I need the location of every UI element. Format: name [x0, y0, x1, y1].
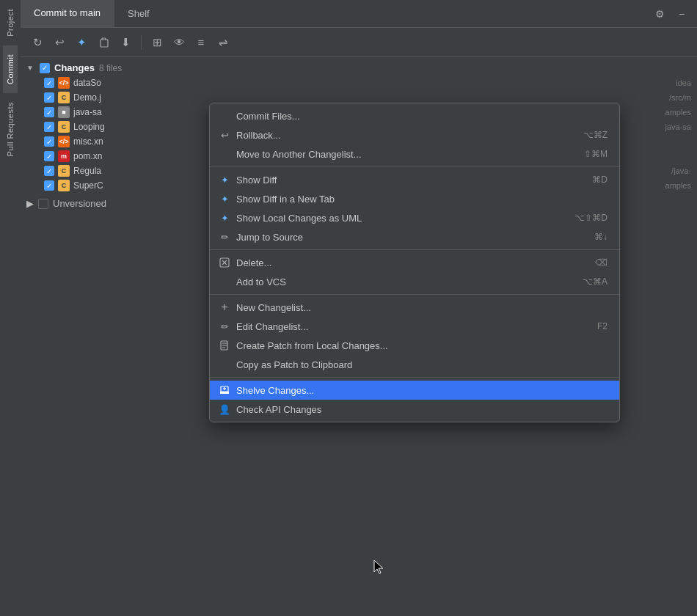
menu-item-add-vcs[interactable]: Add to VCS ⌥⌘A [210, 272, 619, 291]
changes-checkbox[interactable]: ✓ [40, 63, 50, 73]
menu-item-commit-files[interactable]: Commit Files... [210, 106, 619, 125]
menu-item-rollback[interactable]: ↩ Rollback... ⌥⌘Z [210, 125, 619, 144]
file-icon-6: C [58, 165, 70, 177]
rollback-label: Rollback... [236, 130, 577, 141]
unversioned-checkbox[interactable] [38, 199, 48, 209]
file-name-1: Demo.j [73, 92, 665, 103]
context-menu: Commit Files... ↩ Rollback... ⌥⌘Z Move t… [209, 103, 620, 422]
refresh-button[interactable]: ↻ [28, 33, 47, 52]
file-icon-7: C [58, 180, 70, 191]
tab-commit[interactable]: Commit to main [21, 0, 114, 27]
unversioned-chevron: ▶ [26, 198, 34, 209]
file-path-2: amples [665, 108, 691, 117]
menu-item-check-api[interactable]: 👤 Check API Changes [210, 400, 619, 419]
file-path-6: /java- [671, 166, 691, 175]
new-changelist-label: New Changelist... [236, 302, 602, 313]
add-vcs-icon [219, 276, 230, 287]
shelve-changes-icon [219, 384, 230, 396]
commit-files-label: Commit Files... [236, 111, 602, 122]
edit-changelist-shortcut: F2 [597, 321, 607, 331]
changes-label: Changes [54, 62, 95, 73]
menu-item-edit-changelist[interactable]: ✏ Edit Changelist... F2 [210, 317, 619, 336]
file-icon-1: C [58, 92, 70, 103]
file-path-7: amples [665, 181, 691, 190]
file-icon-5: m [58, 150, 70, 162]
show-diff-label: Show Diff [236, 175, 586, 186]
show-diff-shortcut: ⌘D [592, 175, 607, 185]
move-changelist-shortcut: ⇧⌘M [584, 149, 607, 159]
file-path-1: /src/m [669, 93, 691, 102]
toolbar-sep-1 [141, 35, 142, 50]
jump-source-icon: ✏ [219, 231, 230, 243]
changes-group-header[interactable]: ▼ ✓ Changes 8 files [21, 60, 697, 76]
copy-patch-icon [219, 359, 230, 370]
separator-3 [210, 294, 619, 295]
file-checkbox-2[interactable]: ✓ [44, 107, 54, 117]
changes-chevron: ▼ [26, 64, 35, 72]
file-checkbox-3[interactable]: ✓ [44, 122, 54, 132]
copy-patch-label: Copy as Patch to Clipboard [236, 359, 602, 370]
tab-bar: Commit to main Shelf ⚙ − [21, 0, 697, 28]
delete-shortcut: ⌫ [595, 257, 607, 268]
separator-1 [210, 166, 619, 167]
menu-item-move-changelist[interactable]: Move to Another Changelist... ⇧⌘M [210, 144, 619, 164]
sidebar-tab-pull-requests[interactable]: Pull Requests [3, 93, 18, 165]
clipboard-button[interactable] [94, 33, 113, 52]
separator-4 [210, 377, 619, 378]
jump-source-shortcut: ⌘↓ [594, 232, 607, 242]
tab-shelf[interactable]: Shelf [114, 0, 164, 27]
show-diff-tab-label: Show Diff in a New Tab [236, 194, 602, 205]
split-button[interactable]: ⇌ [214, 33, 233, 52]
file-checkbox-5[interactable]: ✓ [44, 151, 54, 161]
changes-count: 8 files [99, 63, 122, 73]
file-icon-2: ■ [58, 106, 70, 118]
menu-item-show-diff-tab[interactable]: ✦ Show Diff in a New Tab [210, 189, 619, 208]
tab-actions: ⚙ − [652, 0, 697, 27]
separator-2 [210, 249, 619, 250]
check-api-label: Check API Changes [236, 404, 602, 415]
menu-item-show-diff[interactable]: ✦ Show Diff ⌘D [210, 170, 619, 189]
group-button[interactable]: ⊞ [147, 33, 167, 52]
menu-item-show-uml[interactable]: ✦ Show Local Changes as UML ⌥⇧⌘D [210, 208, 619, 227]
menu-item-jump-source[interactable]: ✏ Jump to Source ⌘↓ [210, 227, 619, 246]
edit-changelist-icon: ✏ [219, 320, 230, 332]
new-changelist-icon: + [219, 301, 230, 313]
show-diff-tab-icon: ✦ [219, 193, 230, 205]
menu-item-delete[interactable]: Delete... ⌫ [210, 253, 619, 272]
show-uml-shortcut: ⌥⇧⌘D [574, 213, 607, 223]
delete-icon [219, 257, 230, 268]
minimize-button[interactable]: − [674, 6, 690, 22]
file-item-0[interactable]: ✓ </> dataSo idea [21, 76, 697, 90]
left-sidebar: Project Commit Pull Requests [0, 0, 21, 616]
toolbar: ↻ ↩ ✦ ⬇ ⊞ 👁 ≡ ⇌ [21, 28, 697, 57]
jump-source-label: Jump to Source [236, 232, 588, 243]
create-patch-label: Create Patch from Local Changes... [236, 340, 602, 351]
menu-item-copy-patch[interactable]: Copy as Patch to Clipboard [210, 355, 619, 374]
file-name-0: dataSo [73, 78, 672, 88]
download-button[interactable]: ⬇ [116, 33, 135, 52]
sort-button[interactable]: ≡ [191, 33, 211, 52]
commit-files-icon [219, 110, 230, 122]
file-checkbox-1[interactable]: ✓ [44, 92, 54, 103]
show-uml-icon: ✦ [219, 212, 230, 224]
file-checkbox-4[interactable]: ✓ [44, 136, 54, 147]
create-patch-icon [219, 340, 230, 351]
file-checkbox-6[interactable]: ✓ [44, 166, 54, 176]
menu-item-new-changelist[interactable]: + New Changelist... [210, 298, 619, 317]
show-diff-icon: ✦ [219, 174, 230, 186]
diff-button[interactable]: ✦ [72, 33, 91, 52]
unversioned-label: Unversioned [53, 198, 106, 209]
eye-button[interactable]: 👁 [169, 33, 189, 52]
add-vcs-label: Add to VCS [236, 276, 577, 287]
sidebar-tab-commit[interactable]: Commit [3, 45, 18, 93]
rollback-shortcut: ⌥⌘Z [583, 130, 607, 140]
settings-button[interactable]: ⚙ [652, 6, 668, 22]
file-checkbox-0[interactable]: ✓ [44, 78, 54, 88]
menu-item-shelve-changes[interactable]: Shelve Changes... [210, 381, 619, 400]
menu-item-create-patch[interactable]: Create Patch from Local Changes... [210, 336, 619, 355]
sidebar-tab-project[interactable]: Project [3, 0, 18, 45]
file-icon-4: </> [58, 136, 70, 147]
file-checkbox-7[interactable]: ✓ [44, 180, 54, 191]
file-path-0: idea [676, 78, 691, 87]
rollback-button[interactable]: ↩ [50, 33, 69, 52]
